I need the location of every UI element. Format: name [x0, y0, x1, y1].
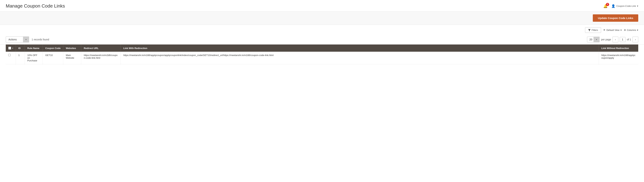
default-view-chevron-icon: ▾ — [620, 29, 622, 31]
row-rule-name: 10% OFF on Purchase — [25, 52, 43, 64]
records-found-label: 1 records found — [32, 38, 49, 41]
columns-chevron-icon: ▾ — [637, 29, 638, 31]
page-current: 1 — [620, 37, 626, 42]
column-header-redirect-url: Redirect URL — [81, 44, 121, 52]
column-header-rule-name: Rule Name — [25, 44, 43, 52]
grid-toolbar-left: Actions ▾ 1 records found — [6, 36, 49, 42]
column-header-link-without-redirection: Link Without Redirection — [599, 44, 638, 52]
row-coupon-code: GET10 — [43, 52, 63, 64]
per-page-label: per page — [601, 38, 611, 41]
default-view-button[interactable]: 👁 Default View ▾ — [603, 29, 622, 31]
row-redirect-url: https://meetanshi.in/m2d6/coupon-code-li… — [81, 52, 121, 64]
user-dropdown-arrow: ▾ — [637, 5, 638, 7]
grid-toolbar-right: 20 ▾ per page ‹ 1 of 1 › — [587, 37, 638, 42]
filter-icon — [588, 29, 591, 31]
pagination-prev-button[interactable]: ‹ — [612, 37, 618, 42]
table-body: 1 10% OFF on Purchase GET10 Main Website… — [6, 52, 638, 64]
page-header: Manage Coupon Code Links 🔔 3 👤 Coupon-Co… — [0, 0, 644, 11]
notification-bell[interactable]: 🔔 3 — [603, 4, 608, 8]
toolbar-actions: Update Coupon Code Links — [0, 11, 644, 25]
column-header-id: ID — [16, 44, 25, 52]
chevron-left-icon: ‹ — [615, 38, 616, 41]
page-title: Manage Coupon Code Links — [6, 3, 65, 9]
columns-button[interactable]: ⚙ Columns ▾ — [624, 29, 638, 31]
select-all-chevron-icon[interactable]: ▾ — [12, 47, 13, 49]
filters-button[interactable]: Filters — [585, 27, 601, 33]
grid-toolbar: Actions ▾ 1 records found 20 ▾ per page … — [0, 35, 644, 44]
svg-marker-0 — [588, 29, 591, 31]
select-all-checkbox[interactable] — [8, 47, 11, 49]
header-right: 🔔 3 👤 Coupon-Code-Link ▾ — [603, 4, 638, 8]
perpage-select[interactable]: 20 — [587, 37, 600, 42]
column-header-link-with-redirection: Link With Redirection — [121, 44, 599, 52]
actions-select[interactable]: Actions — [6, 36, 29, 42]
gear-icon: ⚙ — [624, 29, 626, 31]
column-header-websites: Websites — [63, 44, 81, 52]
row-checkbox-cell — [6, 52, 16, 64]
perpage-select-wrapper: 20 ▾ — [587, 37, 600, 42]
pagination-next-button[interactable]: › — [632, 37, 638, 42]
user-label: Coupon-Code-Link — [616, 5, 636, 7]
page-of-label: of 1 — [627, 38, 631, 41]
user-menu[interactable]: 👤 Coupon-Code-Link ▾ — [611, 4, 638, 8]
row-link-without-redirection: https://meetanshi.in/m2d6/applycoupon/ap… — [599, 52, 638, 64]
eye-icon: 👁 — [603, 29, 606, 31]
coupon-code-links-table: ▾ ID Rule Name Coupon Code Websites — [6, 44, 638, 64]
table-header: ▾ ID Rule Name Coupon Code Websites — [6, 44, 638, 52]
chevron-right-icon: › — [635, 38, 636, 41]
user-icon: 👤 — [611, 4, 615, 8]
row-checkbox[interactable] — [8, 54, 10, 56]
column-header-coupon-code: Coupon Code — [43, 44, 63, 52]
page-wrapper: Manage Coupon Code Links 🔔 3 👤 Coupon-Co… — [0, 0, 644, 182]
filters-row: Filters 👁 Default View ▾ ⚙ Columns ▾ — [0, 25, 644, 35]
row-websites: Main Website — [63, 52, 81, 64]
table-container: ▾ ID Rule Name Coupon Code Websites — [0, 44, 644, 70]
row-id: 1 — [16, 52, 25, 64]
actions-select-wrapper: Actions ▾ — [6, 36, 29, 42]
column-header-checkbox: ▾ — [6, 44, 16, 52]
update-coupon-code-links-button[interactable]: Update Coupon Code Links — [593, 14, 638, 22]
notification-badge: 3 — [606, 3, 609, 6]
table-row: 1 10% OFF on Purchase GET10 Main Website… — [6, 52, 638, 64]
row-link-with-redirection: https://meetanshi.in/m2d6/applycoupon/ap… — [121, 52, 599, 64]
